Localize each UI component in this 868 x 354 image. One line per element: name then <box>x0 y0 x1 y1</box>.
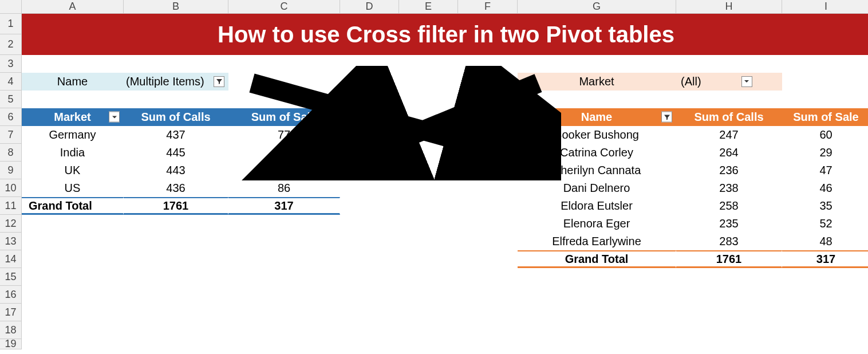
cell[interactable] <box>22 304 124 321</box>
cell[interactable] <box>124 304 228 321</box>
pivot2-col-name[interactable]: Name <box>518 108 676 126</box>
col-header-H[interactable]: H <box>676 0 782 14</box>
cell[interactable] <box>124 339 228 349</box>
cell[interactable] <box>228 339 340 349</box>
cell[interactable] <box>124 55 228 73</box>
pivot2-grand-total-sale[interactable]: 317 <box>782 250 868 268</box>
cell[interactable] <box>518 268 676 286</box>
cell[interactable] <box>399 339 458 349</box>
table-row[interactable]: 69 <box>228 144 340 162</box>
cell[interactable] <box>399 179 458 197</box>
cell[interactable] <box>518 321 676 339</box>
cell[interactable] <box>22 55 124 73</box>
table-row[interactable]: Elenora Eger <box>518 215 676 233</box>
cell[interactable] <box>399 162 458 179</box>
cell[interactable] <box>124 215 228 233</box>
cell[interactable] <box>228 268 340 286</box>
cell[interactable] <box>676 91 782 108</box>
cell[interactable] <box>458 321 518 339</box>
cell[interactable] <box>399 286 458 304</box>
cell[interactable] <box>782 339 868 349</box>
cell[interactable] <box>399 108 458 126</box>
cell[interactable] <box>124 233 228 250</box>
pivot1-grand-total-calls[interactable]: 1761 <box>124 197 228 215</box>
cell[interactable] <box>399 215 458 233</box>
cell[interactable] <box>124 321 228 339</box>
cell[interactable] <box>340 179 399 197</box>
table-row[interactable]: Booker Bushong <box>518 126 676 144</box>
pivot1-filter-field[interactable]: Name <box>22 73 124 91</box>
table-row[interactable]: 283 <box>676 233 782 250</box>
table-row[interactable]: 445 <box>124 144 228 162</box>
cell[interactable] <box>22 91 124 108</box>
row-header-1[interactable]: 1 <box>0 14 22 34</box>
table-row[interactable]: 46 <box>782 179 868 197</box>
cell[interactable] <box>458 250 518 268</box>
cell[interactable] <box>340 197 399 215</box>
cell[interactable] <box>399 250 458 268</box>
filter-applied-icon[interactable] <box>661 112 672 123</box>
table-row[interactable]: 258 <box>676 197 782 215</box>
table-row[interactable]: Eldora Eutsler <box>518 197 676 215</box>
row-header-2[interactable]: 2 <box>0 34 22 55</box>
table-row[interactable]: 247 <box>676 126 782 144</box>
cell[interactable] <box>340 215 399 233</box>
cell[interactable] <box>399 91 458 108</box>
row-header-16[interactable]: 16 <box>0 286 22 304</box>
cell[interactable] <box>22 321 124 339</box>
filter-applied-icon[interactable] <box>214 76 224 87</box>
row-header-17[interactable]: 17 <box>0 304 22 321</box>
cell[interactable] <box>518 55 676 73</box>
cell[interactable] <box>228 321 340 339</box>
cell[interactable] <box>340 250 399 268</box>
cell[interactable] <box>399 73 458 91</box>
cell[interactable] <box>782 268 868 286</box>
cell[interactable] <box>124 250 228 268</box>
table-row[interactable]: 436 <box>124 179 228 197</box>
table-row[interactable]: Catrina Corley <box>518 144 676 162</box>
select-all-corner[interactable] <box>0 0 22 14</box>
cell[interactable] <box>458 91 518 108</box>
cell[interactable] <box>458 126 518 144</box>
cell[interactable] <box>399 55 458 73</box>
cell[interactable] <box>676 339 782 349</box>
table-row[interactable]: India <box>22 144 124 162</box>
cell[interactable] <box>399 197 458 215</box>
col-header-B[interactable]: B <box>124 0 228 14</box>
row-header-10[interactable]: 10 <box>0 179 22 197</box>
row-header-7[interactable]: 7 <box>0 126 22 144</box>
table-row[interactable]: 47 <box>782 162 868 179</box>
cell[interactable] <box>458 215 518 233</box>
pivot1-grand-total-sale[interactable]: 317 <box>228 197 340 215</box>
cell[interactable] <box>399 321 458 339</box>
col-header-F[interactable]: F <box>458 0 518 14</box>
cell[interactable] <box>22 233 124 250</box>
table-row[interactable]: 48 <box>782 233 868 250</box>
cell[interactable] <box>124 286 228 304</box>
table-row[interactable]: 236 <box>676 162 782 179</box>
table-row[interactable]: 77 <box>228 126 340 144</box>
pivot2-grand-total-calls[interactable]: 1761 <box>676 250 782 268</box>
table-row[interactable]: Elfreda Earlywine <box>518 233 676 250</box>
cell[interactable] <box>399 144 458 162</box>
table-row[interactable]: 29 <box>782 144 868 162</box>
cell[interactable] <box>676 55 782 73</box>
row-header-9[interactable]: 9 <box>0 162 22 179</box>
cell[interactable] <box>458 162 518 179</box>
table-row[interactable]: US <box>22 179 124 197</box>
pivot1-col-sale[interactable]: Sum of Sale <box>228 108 340 126</box>
table-row[interactable]: 52 <box>782 215 868 233</box>
row-header-8[interactable]: 8 <box>0 144 22 162</box>
cell[interactable] <box>340 126 399 144</box>
col-header-I[interactable]: I <box>782 0 868 14</box>
cell[interactable] <box>340 321 399 339</box>
cell[interactable] <box>782 304 868 321</box>
row-header-11[interactable]: 11 <box>0 197 22 215</box>
cell[interactable] <box>22 339 124 349</box>
cell[interactable] <box>399 268 458 286</box>
row-header-14[interactable]: 14 <box>0 250 22 268</box>
table-row[interactable]: UK <box>22 162 124 179</box>
cell[interactable] <box>124 91 228 108</box>
cell[interactable] <box>518 286 676 304</box>
pivot1-grand-total-label[interactable]: Grand Total <box>22 197 124 215</box>
